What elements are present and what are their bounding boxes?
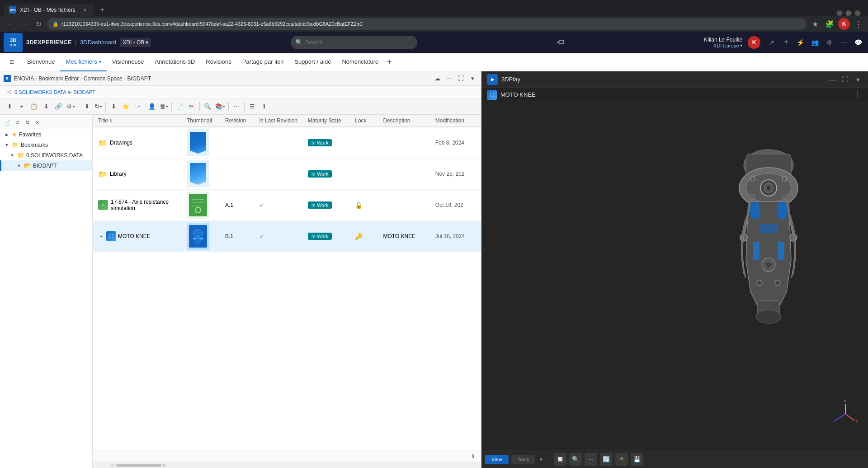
tp-tab-dropdown-button[interactable]: ▾ xyxy=(538,456,544,463)
upload-icon[interactable]: ⬆ xyxy=(4,101,15,112)
settings-dropdown-button[interactable]: ⚙ ▾ xyxy=(65,101,77,112)
threeplay-minimize-button[interactable]: — xyxy=(827,75,837,84)
table-row[interactable]: 📁 Drawings xyxy=(93,127,481,159)
tp-tab-tools[interactable]: Tools xyxy=(511,455,536,464)
col-header-title[interactable]: Title ⇅ xyxy=(93,115,183,127)
hamburger-button[interactable]: ≡ xyxy=(5,56,18,69)
add-icon[interactable]: + xyxy=(780,37,792,48)
connect-icon[interactable]: ⚡ xyxy=(795,37,807,48)
tp-btn-pan[interactable]: ↔ xyxy=(585,453,597,466)
scroll-right-btn[interactable]: ▷ xyxy=(163,463,167,468)
col-header-maturity[interactable]: Maturity State xyxy=(304,115,352,127)
nav-item-revisions[interactable]: Révisions xyxy=(200,53,236,71)
col-header-revision[interactable]: Revision xyxy=(222,115,255,127)
user-button[interactable]: 👤 xyxy=(146,101,158,112)
table-row[interactable]: ≈ 17-874 - Axis resistance simulation xyxy=(93,190,481,221)
tree-item-favorites[interactable]: ▶ ★ Favorites xyxy=(0,129,92,140)
browser-menu[interactable]: ⋮ xyxy=(853,18,864,30)
minimize-panel-button[interactable]: — xyxy=(444,74,454,84)
move-up-button[interactable]: ↑ ↗ xyxy=(132,101,142,112)
cloud-icon[interactable]: ☁ xyxy=(432,74,442,84)
community-icon[interactable]: 👥 xyxy=(809,37,821,48)
nav-item-nomenclature[interactable]: Nomenclature xyxy=(336,53,384,71)
doc-button[interactable]: 📄 xyxy=(174,101,185,112)
breadcrumb-biodapt[interactable]: BIODAPT xyxy=(74,89,95,95)
tree-icon-btn-1[interactable]: 📄 xyxy=(3,118,12,127)
edit-button[interactable]: ✏ xyxy=(186,101,198,112)
nav-item-annotations[interactable]: Annotations 3D xyxy=(149,53,200,71)
table-row[interactable]: 📁 Library xyxy=(93,159,481,190)
link-button[interactable]: 🔗 xyxy=(52,101,64,112)
col-header-lastrev[interactable]: Is Last Revision xyxy=(255,115,304,127)
close-browser-button[interactable]: × xyxy=(854,10,861,16)
tab-close[interactable]: × xyxy=(81,6,89,14)
user-avatar[interactable]: K xyxy=(748,36,760,49)
import-button[interactable]: ⬇ xyxy=(108,101,119,112)
tree-icon-btn-3[interactable]: ⇅ xyxy=(23,118,32,127)
nav-item-mes-fichiers[interactable]: Mes fichiers ▾ xyxy=(60,53,106,71)
search-bar[interactable]: 🔍 xyxy=(291,36,417,49)
threeplay-dropdown-button[interactable]: ▾ xyxy=(853,75,863,84)
delete-dropdown-button[interactable]: 🗑 ▾ xyxy=(158,101,170,112)
model-menu-button[interactable]: ⋮ xyxy=(853,90,863,100)
table-row[interactable]: + ⛶ MOTO KNEE xyxy=(93,221,481,252)
refresh-button[interactable]: ↻ xyxy=(33,18,44,30)
maximize-button[interactable]: □ xyxy=(845,10,852,16)
tree-item-bookmarks[interactable]: ▼ 📁 Bookmarks xyxy=(0,140,92,150)
download-button[interactable]: ⬇ xyxy=(40,101,52,112)
tree-icon-btn-4[interactable]: ✕ xyxy=(33,118,42,127)
apps-icon[interactable]: ⋯ xyxy=(838,37,850,48)
tag-icon[interactable]: 🏷 xyxy=(557,38,564,47)
col-header-description[interactable]: Description xyxy=(379,115,431,127)
tp-btn-eye[interactable]: 👁 xyxy=(615,453,628,466)
expand-panel-button[interactable]: ⛶ xyxy=(456,74,466,84)
tree-item-solidworks[interactable]: ▼ 📁 0.SOLIDWORKS DATA xyxy=(0,150,92,160)
bookmark-icon[interactable]: ★ xyxy=(809,18,821,30)
nav-item-partage[interactable]: Partage par lien xyxy=(237,53,289,71)
scroll-left-btn[interactable]: ◁ xyxy=(111,463,114,468)
new-tab-button[interactable]: + xyxy=(96,4,108,16)
star-button[interactable]: ⭐ xyxy=(120,101,132,112)
share-icon[interactable]: ↗ xyxy=(766,37,778,48)
export-button[interactable]: ⬇ xyxy=(81,101,93,112)
tp-btn-save[interactable]: 💾 xyxy=(631,453,643,466)
chat-icon[interactable]: 💬 xyxy=(853,37,864,48)
expand-btn-4[interactable]: + xyxy=(98,233,104,239)
tp-btn-rotate[interactable]: 🔄 xyxy=(600,453,613,466)
forward-button[interactable]: → xyxy=(18,18,30,30)
extensions-icon[interactable]: 🧩 xyxy=(824,18,835,30)
layers-dropdown-button[interactable]: 📚 ▾ xyxy=(214,101,226,112)
minimize-button[interactable]: ─ xyxy=(836,10,843,16)
refresh-toolbar-button[interactable]: ↻ ▾ xyxy=(93,101,104,112)
list-view-button[interactable]: ☰ xyxy=(246,101,258,112)
xdi-dropdown[interactable]: XDI - OB ▾ xyxy=(120,38,151,47)
profile-button[interactable]: K xyxy=(838,18,850,30)
copy-button[interactable]: 📋 xyxy=(28,101,40,112)
scroll-thumb-h[interactable] xyxy=(116,464,161,467)
breadcrumb-solidworks[interactable]: 0.SOLIDWORKS DATA xyxy=(14,89,66,95)
nav-item-bienvenue[interactable]: Bienvenue xyxy=(22,53,60,71)
tp-btn-view[interactable]: 🔲 xyxy=(554,453,566,466)
more-button[interactable]: ⋯ xyxy=(231,101,242,112)
tp-btn-zoom[interactable]: 🔍 xyxy=(569,453,582,466)
search-input[interactable] xyxy=(305,39,413,46)
nav-add-button[interactable]: + xyxy=(384,57,395,68)
company-dropdown-icon[interactable]: ▾ xyxy=(740,43,742,48)
address-bar[interactable]: 🔒 r1132101034339-eu1-ifwe.3dexperience.3… xyxy=(47,18,807,30)
back-button[interactable]: ← xyxy=(4,18,15,30)
search-toolbar-button[interactable]: 🔍 xyxy=(202,101,213,112)
add-toolbar-button[interactable]: + xyxy=(16,101,28,112)
active-tab[interactable]: XDI XDI - OB - Mes fichiers × xyxy=(4,4,94,16)
nav-item-support[interactable]: Support / aide xyxy=(289,53,336,71)
col-header-lock[interactable]: Lock xyxy=(351,115,379,127)
settings-icon[interactable]: ⚙ xyxy=(824,37,835,48)
horizontal-scrollbar[interactable]: ◁ ▷ xyxy=(93,462,481,468)
col-header-thumbnail[interactable]: Thumbnail xyxy=(183,115,222,127)
info-toolbar-button[interactable]: ℹ xyxy=(259,101,270,112)
back-arrow-icon[interactable]: ◁ xyxy=(7,89,11,95)
tp-tab-view[interactable]: View xyxy=(485,455,509,464)
col-header-modification[interactable]: Modification xyxy=(432,115,481,127)
table-info-icon[interactable]: ℹ xyxy=(468,452,477,461)
tree-item-biodapt[interactable]: ▼ 📂 BIODAPT xyxy=(0,160,92,171)
nav-item-visionneuse[interactable]: Visionneuse xyxy=(107,53,150,71)
